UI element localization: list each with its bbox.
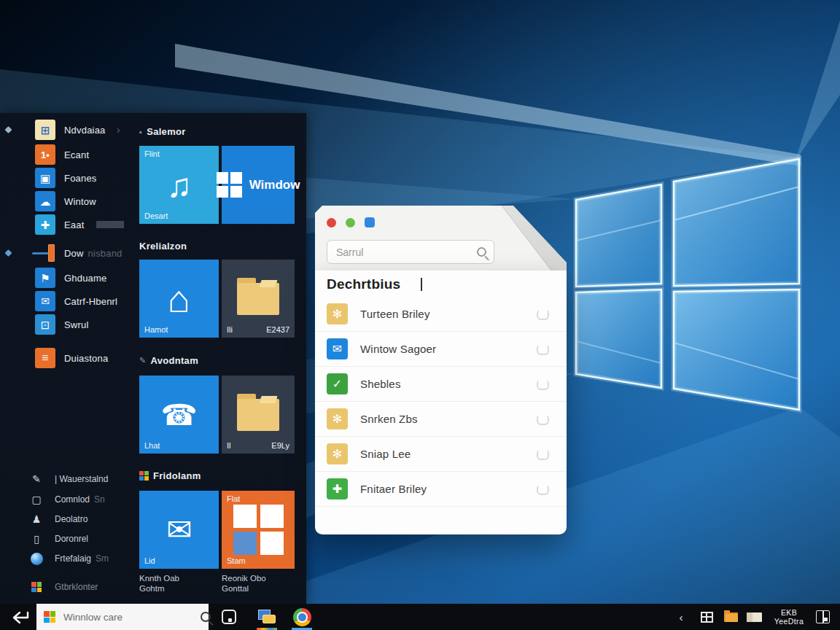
label-text: Dow [64, 248, 84, 259]
sidebar-item-label: Wintow [64, 196, 96, 207]
redacted-bar [96, 221, 124, 228]
list-item[interactable]: ✻ Turteen Briley [315, 297, 567, 332]
footer-item-label: Deolatro [55, 514, 88, 524]
diamond-marker-icon [5, 249, 12, 257]
action-center-button[interactable] [811, 604, 834, 630]
tile-group-header: ✎ Avodntam [139, 355, 198, 366]
search-icon [201, 612, 211, 622]
tile-group-header: ▪ Salemor [139, 126, 186, 137]
tile-mail[interactable]: ✉ Lid [139, 491, 219, 569]
list-item[interactable]: ✚ Fnitaer Briley [315, 472, 567, 507]
sidebar-item[interactable]: ⚑ Ghduame [0, 267, 135, 289]
tray-card-button[interactable] [744, 604, 764, 630]
caption-line: Knnth Oab [139, 573, 179, 583]
pen-icon: ✎ [29, 472, 44, 486]
checkbox[interactable] [537, 309, 549, 320]
checkbox[interactable] [537, 344, 549, 355]
file-explorer-icon [258, 610, 276, 625]
list-item[interactable]: ✉ Wintow Sagoer [315, 332, 567, 367]
taskbar-search-box[interactable] [36, 604, 209, 630]
close-button[interactable] [327, 218, 336, 228]
checkbox[interactable] [537, 379, 549, 390]
back-arrow-button[interactable] [6, 604, 36, 630]
file-explorer-button[interactable] [254, 604, 280, 630]
label-dim-text: nisband [88, 248, 122, 259]
tile-corner-label: Lid [144, 556, 155, 565]
checkbox[interactable] [537, 484, 549, 495]
taskbar-search-input[interactable] [62, 611, 194, 623]
sidebar-footer-item[interactable]: ▢ ComnlodSn [0, 491, 135, 508]
checkbox[interactable] [537, 449, 549, 460]
label-dim-text: Sm [96, 553, 109, 564]
list-item[interactable]: ✻ Sniap Lee [315, 437, 567, 472]
chrome-button[interactable] [289, 604, 315, 630]
minimize-button[interactable] [346, 218, 355, 228]
checkbox[interactable] [537, 414, 549, 425]
clock-date: YeeDtra [774, 617, 804, 626]
task-view-button[interactable] [213, 604, 245, 630]
home-icon: ⌂ [168, 280, 190, 318]
sidebar-item[interactable]: ✚ Eaat [0, 214, 135, 236]
list-item[interactable]: ✻ Snrken Zbs [315, 402, 567, 437]
footer-item-label: Gtbrklonter [55, 582, 98, 592]
tile-corner-label: Lhat [144, 441, 160, 450]
tile-music[interactable]: Flint ♫ Desart [139, 146, 219, 224]
list-item[interactable]: ✓ Shebles [315, 367, 567, 402]
text-cursor [421, 278, 422, 291]
list-item-label: Turteen Briley [360, 308, 430, 320]
tray-folder-button[interactable] [720, 604, 741, 630]
sidebar-footer-item[interactable]: Gtbrklonter [0, 578, 135, 596]
tile-corner-label: E2437 [266, 325, 289, 334]
tile-corner-label: Desart [144, 211, 168, 220]
popup-heading-row: Dechrtbius [327, 276, 422, 292]
sphere-icon [29, 551, 44, 566]
taskbar: ‹ EKB YeeDtra [0, 604, 840, 630]
windows-logo-icon [217, 172, 242, 198]
sidebar-footer-item[interactable]: FrtefalaigSm [0, 550, 135, 567]
sidebar-item[interactable]: 1• Ecant [0, 144, 135, 166]
show-hidden-icons-button[interactable]: ‹ [672, 604, 690, 630]
sidebar-item-label: Ndvdaiaa [64, 125, 106, 136]
tile-folder[interactable]: Il E9Ly [222, 376, 295, 454]
sidebar-item[interactable]: ≡ Duiastona [0, 347, 135, 369]
sidebar-item[interactable]: ▣ Foanes [0, 167, 135, 189]
maximize-button[interactable] [365, 217, 375, 228]
windows-logo-icon [29, 580, 44, 594]
popup-search-field[interactable] [327, 240, 494, 264]
start-menu: ⊞ Ndvdaiaa › 1• Ecant ▣ Foanes ☁ Wintow … [0, 113, 306, 604]
chrome-icon [293, 608, 311, 626]
numbered-app-icon: 1• [35, 144, 55, 165]
clock[interactable]: EKB YeeDtra [770, 604, 808, 630]
sidebar-item-label: Duiastona [64, 353, 108, 364]
tile-folder[interactable]: Ili E2437 [222, 260, 295, 338]
popup-title: Dechrtbius [327, 276, 400, 292]
folder-icon [237, 399, 279, 431]
diamond-marker-icon [5, 126, 12, 133]
tile-windows-orange[interactable]: Flat Stam [222, 491, 295, 569]
sidebar-item[interactable]: ⊞ Ndvdaiaa › [0, 119, 135, 141]
search-input[interactable] [335, 246, 477, 259]
label-dim-text: Sn [94, 494, 105, 505]
sidebar-footer-item[interactable]: ♟ Deolatro [0, 510, 135, 528]
tile-corner-label: Il [227, 441, 231, 450]
sidebar-footer-item[interactable]: ✎ | Wauerstalnd [0, 470, 135, 488]
sidebar-item[interactable]: ✉ Catrf-Hbenrl [0, 290, 135, 312]
sidebar-item[interactable]: ☁ Wintow [0, 190, 135, 212]
group-header-icon: ▪ [139, 128, 142, 136]
sidebar-item-label: Ghduame [64, 273, 107, 284]
asterisk-icon: ✻ [327, 443, 348, 464]
sidebar-item[interactable]: Downisband [0, 242, 135, 264]
tray-window-button[interactable] [696, 604, 717, 630]
popup-list: ✻ Turteen Briley ✉ Wintow Sagoer ✓ Shebl… [315, 297, 567, 507]
windows-app-icon: ⊞ [35, 120, 55, 140]
folder-icon [724, 612, 738, 622]
tile-home[interactable]: ⌂ Hamot [139, 260, 219, 338]
tile-share[interactable]: ☎ Lhat [139, 376, 219, 454]
sidebar-footer-item[interactable]: ▯ Doronrel [0, 530, 135, 548]
tile-group-header: Krelialzon [139, 241, 187, 252]
clock-time: EKB [781, 608, 797, 617]
sidebar-item[interactable]: ⊡ Swrul [0, 314, 135, 335]
tile-window[interactable]: Wimdow [222, 146, 295, 224]
figure-app-icon: ✚ [35, 214, 55, 235]
chevron-left-icon: ‹ [680, 611, 683, 623]
